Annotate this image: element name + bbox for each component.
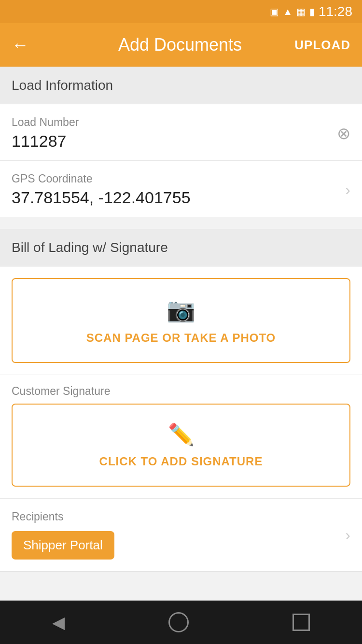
recipients-left: Recipients Shipper Portal (12, 510, 345, 560)
recipients-chevron-icon: › (345, 526, 350, 544)
battery-icon: ▮ (309, 6, 315, 17)
wifi-icon: ▲ (283, 6, 292, 17)
recipients-label: Recipients (12, 510, 345, 523)
load-number-field: Load Number 111287 (12, 116, 79, 151)
upload-button[interactable]: UPLOAD (294, 38, 350, 53)
vibrate-icon: ▣ (270, 6, 279, 17)
bill-of-lading-title: Bill of Lading w/ Signature (12, 240, 168, 255)
camera-icon: 📷 (167, 296, 195, 323)
signature-text: CLICK TO ADD SIGNATURE (99, 455, 263, 468)
scan-text: SCAN PAGE OR TAKE A PHOTO (86, 331, 276, 345)
signal-icon: ▦ (296, 6, 306, 17)
load-info-section-header: Load Information (0, 67, 362, 104)
load-info-title: Load Information (12, 78, 113, 93)
header: ← Add Documents UPLOAD (0, 23, 362, 67)
load-number-value[interactable]: 111287 (12, 132, 79, 151)
home-nav-icon[interactable] (168, 612, 189, 632)
signature-button[interactable]: ✏️ CLICK TO ADD SIGNATURE (12, 404, 350, 487)
scan-button[interactable]: 📷 SCAN PAGE OR TAKE A PHOTO (12, 278, 350, 363)
back-button[interactable]: ← (12, 35, 29, 55)
recipients-section: Recipients Shipper Portal › (0, 499, 362, 572)
spacer1 (0, 217, 362, 229)
customer-signature-label: Customer Signature (12, 375, 350, 404)
load-number-label: Load Number (12, 116, 79, 129)
shipper-portal-tag[interactable]: Shipper Portal (12, 531, 114, 560)
page-title: Add Documents (39, 35, 321, 55)
chevron-right-icon: › (345, 181, 350, 199)
load-number-row: Load Number 111287 ⊗ (0, 104, 362, 161)
gps-value: 37.781554, -122.401755 (12, 188, 191, 207)
clear-icon[interactable]: ⊗ (337, 124, 350, 143)
scan-button-container: 📷 SCAN PAGE OR TAKE A PHOTO (0, 266, 362, 375)
status-time: 11:28 (319, 4, 352, 19)
customer-signature-section: Customer Signature ✏️ CLICK TO ADD SIGNA… (0, 375, 362, 499)
gps-row[interactable]: GPS Coordinate 37.781554, -122.401755 › (0, 161, 362, 217)
back-nav-icon[interactable]: ◀ (52, 613, 65, 632)
recents-nav-icon[interactable] (292, 614, 310, 631)
status-icons: ▣ ▲ ▦ ▮ 11:28 (270, 4, 352, 19)
nav-bar: ◀ (0, 601, 362, 644)
pen-icon: ✏️ (168, 422, 195, 447)
status-bar: ▣ ▲ ▦ ▮ 11:28 (0, 0, 362, 23)
gps-field: GPS Coordinate 37.781554, -122.401755 (12, 172, 191, 207)
gps-label: GPS Coordinate (12, 172, 191, 185)
bill-of-lading-section-header: Bill of Lading w/ Signature (0, 229, 362, 266)
